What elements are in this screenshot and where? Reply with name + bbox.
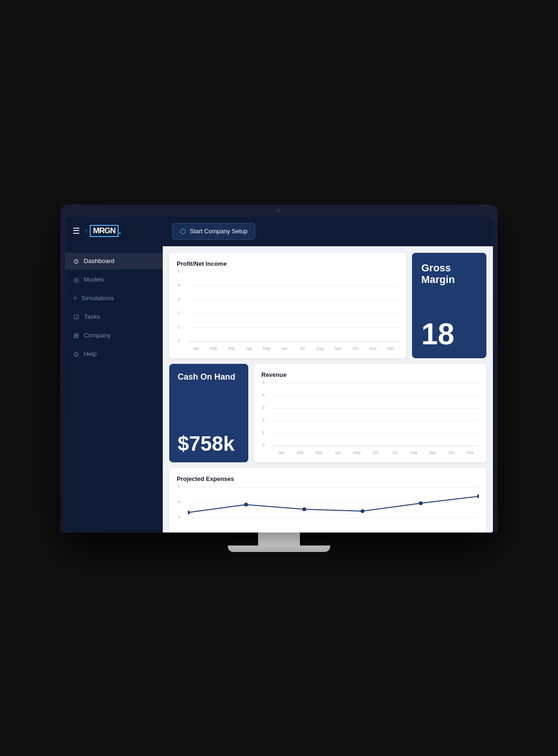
main-content: ⬡ Start Company Setup Profit/Net Income <box>163 217 493 532</box>
exp-point-1 <box>188 511 190 514</box>
x-label-aug: Aug <box>312 346 328 351</box>
help-icon: ⊙ <box>73 350 79 358</box>
expenses-chart-card: Projected Expenses 5 4 <box>169 468 486 532</box>
rev-x-jun: Jun <box>367 450 385 455</box>
sidebar-nav: ⊙ Dashboard ◎ Models ⌗ Simulations ☑ Tas… <box>65 245 163 532</box>
cash-on-hand-title: Cash On Hand <box>178 372 240 382</box>
row2: Cash On Hand $758k Revenue 5 <box>169 364 486 462</box>
dashboard-icon: ⊙ <box>73 257 79 265</box>
camera <box>277 209 281 213</box>
sidebar-item-simulations[interactable]: ⌗ Simulations <box>65 290 163 307</box>
models-icon: ◎ <box>73 276 79 283</box>
simulations-icon: ⌗ <box>73 295 77 302</box>
cash-on-hand-card: Cash On Hand $758k <box>169 364 248 462</box>
rev-x-apr: Apr <box>329 450 347 455</box>
x-label-mar: Mar <box>223 346 239 351</box>
rev-y-label-5: 5 <box>262 380 265 385</box>
revenue-chart-card: Revenue 5 4 <box>254 364 486 462</box>
profit-bars <box>188 272 399 342</box>
top-bar: ⬡ Start Company Setup <box>163 217 493 246</box>
profit-chart-card: Profit/Net Income 5 4 <box>169 253 406 358</box>
simulations-label: Simulations <box>81 295 114 302</box>
monitor-bezel: ☰ ↑ MRGN . ⊙ Dashboard ◎ Mode <box>60 204 498 532</box>
exp-point-3 <box>302 507 306 511</box>
company-label: Company <box>84 332 111 339</box>
sidebar-item-help[interactable]: ⊙ Help <box>65 346 163 362</box>
expenses-svg <box>188 487 479 532</box>
company-icon: ⊞ <box>73 332 79 339</box>
sidebar-item-tasks[interactable]: ☑ Tasks <box>65 309 163 325</box>
exp-point-6 <box>477 494 479 498</box>
setup-btn-label: Start Company Setup <box>190 228 247 235</box>
x-label-nov: Nov <box>365 346 381 351</box>
rev-y-label-0: 0 <box>262 443 265 447</box>
x-label-may: May <box>259 346 275 351</box>
monitor-wrapper: ☰ ↑ MRGN . ⊙ Dashboard ◎ Mode <box>60 204 498 552</box>
rev-y-label-4: 4 <box>262 393 265 397</box>
exp-y-4: 4 <box>178 500 180 504</box>
logo-box: MRGN <box>90 225 119 237</box>
sidebar-header: ☰ ↑ MRGN . <box>65 217 163 245</box>
cash-on-hand-value: $758k <box>178 434 240 454</box>
row1: Profit/Net Income 5 4 <box>169 253 486 358</box>
rev-y-label-1: 1 <box>262 430 265 435</box>
logo: ↑ MRGN . <box>85 225 121 237</box>
rev-gridline-0: 0 <box>272 446 479 446</box>
stand-neck <box>258 532 300 546</box>
exp-point-5 <box>419 501 423 505</box>
y-label-4: 4 <box>178 283 180 288</box>
expenses-line-chart: 5 4 3 <box>177 487 479 532</box>
revenue-bar-chart: 5 4 3 2 <box>261 383 479 455</box>
profit-bar-chart: 5 4 3 2 <box>177 272 399 351</box>
logo-mark: ↑ <box>85 227 88 235</box>
logo-period: . <box>119 225 121 236</box>
rev-x-sep: Sep <box>424 450 441 455</box>
rev-x-oct: Oct <box>443 450 460 455</box>
stand-base <box>228 546 330 552</box>
gross-margin-value: 18 <box>421 319 477 349</box>
x-label-jun: Jun <box>276 346 292 351</box>
rev-x-aug: Aug <box>405 450 422 455</box>
setup-icon: ⬡ <box>180 227 186 236</box>
x-label-jan: Jan <box>188 346 204 351</box>
sidebar-item-models[interactable]: ◎ Models <box>65 271 163 288</box>
dashboard-label: Dashboard <box>84 257 114 264</box>
rev-y-label-3: 3 <box>262 405 265 410</box>
tasks-icon: ☑ <box>73 313 80 321</box>
rev-x-feb: Feb <box>292 450 309 455</box>
hamburger-icon[interactable]: ☰ <box>73 226 80 236</box>
rev-y-label-2: 2 <box>262 418 265 422</box>
y-label-5: 5 <box>178 269 180 274</box>
x-labels: Jan Feb Mar Apr May Jun Jul Aug Sep Oc <box>188 346 399 351</box>
rev-x-labels: Jan Feb Mar Apr May Jun Jul Aug Sep Oc <box>272 450 479 455</box>
tasks-label: Tasks <box>84 313 100 320</box>
exp-y-5: 5 <box>178 484 180 489</box>
rev-x-mar: Mar <box>310 450 328 455</box>
exp-point-2 <box>244 503 248 506</box>
gridline-0: 0 <box>188 342 399 342</box>
x-label-jul: Jul <box>294 346 310 351</box>
gross-margin-card: Gross Margin 18 <box>412 253 486 358</box>
exp-y-3: 3 <box>178 515 180 519</box>
sidebar-item-dashboard[interactable]: ⊙ Dashboard <box>65 253 163 270</box>
sidebar: ☰ ↑ MRGN . ⊙ Dashboard ◎ Mode <box>65 217 163 532</box>
revenue-chart-title: Revenue <box>261 371 479 378</box>
expenses-line <box>188 496 479 513</box>
rev-x-jan: Jan <box>272 450 290 455</box>
sidebar-item-company[interactable]: ⊞ Company <box>65 327 163 344</box>
rev-x-may: May <box>348 450 366 455</box>
rev-x-nov: Nov <box>461 450 479 455</box>
start-company-setup-button[interactable]: ⬡ Start Company Setup <box>172 223 255 240</box>
dashboard-content: Profit/Net Income 5 4 <box>163 246 493 532</box>
x-label-apr: Apr <box>241 346 257 351</box>
expenses-chart-title: Projected Expenses <box>177 475 479 482</box>
x-label-sep: Sep <box>330 346 346 351</box>
exp-point-4 <box>360 509 364 513</box>
x-label-dec: Dec <box>383 346 399 351</box>
models-label: Models <box>84 276 104 283</box>
profit-chart-title: Profit/Net Income <box>177 260 399 267</box>
x-label-feb: Feb <box>206 346 222 351</box>
help-label: Help <box>84 350 97 357</box>
y-label-2: 2 <box>178 311 180 316</box>
revenue-bars <box>272 383 479 446</box>
